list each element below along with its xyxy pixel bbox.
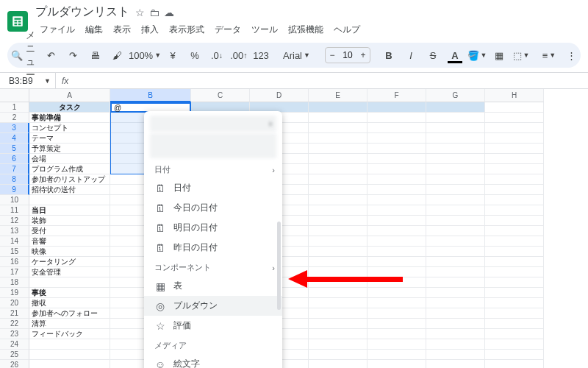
font-size-stepper[interactable]: − 10 +: [325, 47, 370, 63]
cell-G13[interactable]: [426, 226, 485, 236]
cell-F14[interactable]: [368, 236, 426, 247]
cell-A16[interactable]: ケータリング: [29, 257, 110, 267]
cell-H25[interactable]: [485, 350, 544, 360]
bold-button[interactable]: B: [379, 46, 398, 65]
cell-G10[interactable]: [426, 195, 485, 205]
cell-G14[interactable]: [426, 236, 485, 247]
row-header-9[interactable]: 9: [0, 185, 29, 195]
cell-A24[interactable]: [29, 339, 110, 350]
cell-A18[interactable]: [29, 277, 110, 288]
cell-E1[interactable]: [309, 102, 368, 113]
cell-H3[interactable]: [485, 123, 544, 133]
cell-F11[interactable]: [368, 205, 426, 216]
format-currency[interactable]: ¥: [163, 46, 182, 65]
cell-E9[interactable]: [309, 185, 368, 195]
menu-ヘルプ[interactable]: ヘルプ: [329, 21, 365, 38]
row-header-10[interactable]: 10: [0, 195, 29, 205]
row-header-16[interactable]: 16: [0, 257, 29, 267]
cell-F24[interactable]: [368, 339, 426, 350]
font-size-value[interactable]: 10: [339, 50, 356, 60]
cell-E20[interactable]: [309, 298, 368, 308]
cell-E8[interactable]: [309, 174, 368, 185]
col-header-C[interactable]: C: [191, 89, 250, 102]
cell-A23[interactable]: フィードバック: [29, 329, 110, 339]
cell-G12[interactable]: [426, 216, 485, 226]
cell-H9[interactable]: [485, 185, 544, 195]
cell-E15[interactable]: [309, 247, 368, 257]
cell-F4[interactable]: [368, 133, 426, 144]
row-header-12[interactable]: 12: [0, 216, 29, 226]
font-size-increase[interactable]: +: [356, 50, 370, 60]
cell-G9[interactable]: [426, 185, 485, 195]
fill-color-button[interactable]: 🪣▼: [467, 46, 487, 65]
row-header-2[interactable]: 2: [0, 113, 29, 123]
popup-item-日付[interactable]: 🗓日付: [144, 178, 282, 198]
row-header-26[interactable]: 26: [0, 360, 29, 368]
cell-G24[interactable]: [426, 339, 485, 350]
row-header-1[interactable]: 1: [0, 102, 29, 113]
col-header-G[interactable]: G: [426, 89, 485, 102]
popup-item-プルダウン[interactable]: ◎プルダウン: [144, 296, 282, 316]
cell-A22[interactable]: 清算: [29, 319, 110, 329]
cell-H13[interactable]: [485, 226, 544, 236]
col-header-D[interactable]: D: [250, 89, 309, 102]
cell-E5[interactable]: [309, 144, 368, 154]
row-header-23[interactable]: 23: [0, 329, 29, 339]
doc-title[interactable]: プルダウンリスト: [35, 4, 129, 20]
borders-button[interactable]: ▦: [490, 46, 509, 65]
cell-H16[interactable]: [485, 257, 544, 267]
cell-E12[interactable]: [309, 216, 368, 226]
menu-編集[interactable]: 編集: [81, 21, 107, 38]
cell-E13[interactable]: [309, 226, 368, 236]
cell-A4[interactable]: テーマ: [29, 133, 110, 144]
cell-E11[interactable]: [309, 205, 368, 216]
col-header-A[interactable]: A: [29, 89, 110, 102]
popup-item-昨日の日付[interactable]: 🗓昨日の日付: [144, 238, 282, 258]
cell-F3[interactable]: [368, 123, 426, 133]
cell-H10[interactable]: [485, 195, 544, 205]
cell-H14[interactable]: [485, 236, 544, 247]
cell-G23[interactable]: [426, 329, 485, 339]
row-header-3[interactable]: 3: [0, 123, 29, 133]
cell-A12[interactable]: 装飾: [29, 216, 110, 226]
cell-E24[interactable]: [309, 339, 368, 350]
cell-A20[interactable]: 撤収: [29, 298, 110, 308]
cell-F6[interactable]: [368, 154, 426, 164]
cell-A8[interactable]: 参加者のリストアップ: [29, 174, 110, 185]
italic-button[interactable]: I: [401, 46, 420, 65]
format-percent[interactable]: %: [185, 46, 204, 65]
cell-F1[interactable]: [368, 102, 426, 113]
cell-A17[interactable]: 安全管理: [29, 267, 110, 277]
cell-H6[interactable]: [485, 154, 544, 164]
cell-G26[interactable]: [426, 360, 485, 368]
cell-G17[interactable]: [426, 267, 485, 277]
row-header-13[interactable]: 13: [0, 226, 29, 236]
cell-H18[interactable]: [485, 277, 544, 288]
cell-A14[interactable]: 音響: [29, 236, 110, 247]
cell-G3[interactable]: [426, 123, 485, 133]
cell-G22[interactable]: [426, 319, 485, 329]
cell-H20[interactable]: [485, 298, 544, 308]
cell-E26[interactable]: [309, 360, 368, 368]
cell-G20[interactable]: [426, 298, 485, 308]
cell-E25[interactable]: [309, 350, 368, 360]
cell-F9[interactable]: [368, 185, 426, 195]
row-header-24[interactable]: 24: [0, 339, 29, 350]
cell-A2[interactable]: 事前準備: [29, 113, 110, 123]
cell-G11[interactable]: [426, 205, 485, 216]
cloud-status-icon[interactable]: ☁: [164, 7, 174, 18]
row-header-21[interactable]: 21: [0, 308, 29, 319]
name-box[interactable]: B3:B9 ▼: [4, 73, 56, 88]
cell-E2[interactable]: [309, 113, 368, 123]
cell-F15[interactable]: [368, 247, 426, 257]
cell-H19[interactable]: [485, 288, 544, 298]
cell-E3[interactable]: [309, 123, 368, 133]
cell-H23[interactable]: [485, 329, 544, 339]
move-icon[interactable]: 🗀: [149, 7, 159, 18]
cell-H8[interactable]: [485, 174, 544, 185]
row-header-25[interactable]: 25: [0, 350, 29, 360]
cell-G15[interactable]: [426, 247, 485, 257]
undo-button[interactable]: ↶: [41, 46, 60, 65]
cell-F2[interactable]: [368, 113, 426, 123]
cell-A19[interactable]: 事後: [29, 288, 110, 298]
